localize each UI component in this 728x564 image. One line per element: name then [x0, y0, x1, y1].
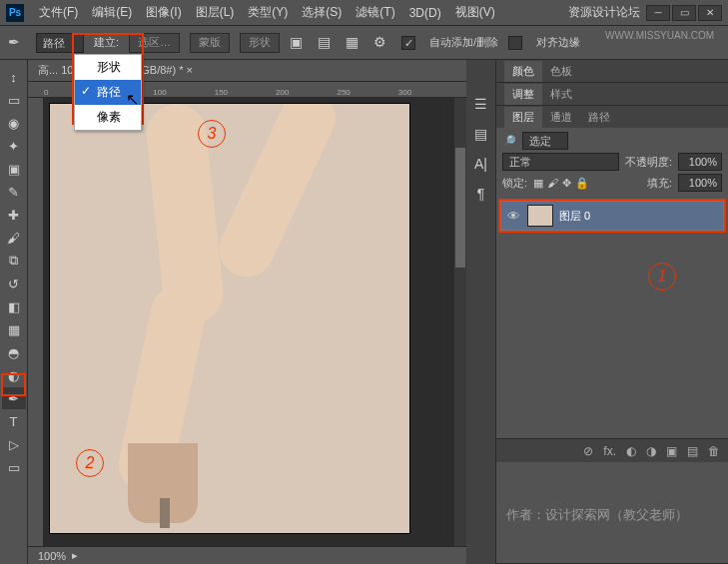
path-select-tool[interactable]: ▷ — [2, 433, 26, 455]
fill-input[interactable] — [678, 174, 722, 192]
eraser-tool[interactable]: ◧ — [2, 295, 26, 317]
make-shape-button[interactable]: 形状 — [240, 33, 280, 53]
gear-icon[interactable]: ⚙ — [373, 34, 391, 52]
move-tool[interactable]: ↕ — [2, 66, 26, 88]
menu-image[interactable]: 图像(I) — [139, 1, 188, 24]
zoom-level[interactable]: 100% — [38, 550, 66, 562]
blend-mode-select[interactable]: 正常 — [502, 153, 619, 171]
filter-type-icon[interactable]: 🔎 — [502, 135, 516, 148]
tab-paths[interactable]: 路径 — [580, 107, 618, 128]
watermark-top: WWW.MISSYUAN.COM — [605, 30, 714, 41]
healing-tool[interactable]: ✚ — [2, 204, 26, 226]
character-panel-icon[interactable]: A| — [474, 156, 487, 172]
opacity-label: 不透明度: — [625, 155, 672, 170]
ruler-vertical — [28, 98, 44, 546]
properties-panel-icon[interactable]: ▤ — [474, 126, 487, 142]
layer-filter-select[interactable]: 选定 — [522, 132, 568, 150]
menu-edit[interactable]: 编辑(E) — [85, 1, 139, 24]
lock-position-icon[interactable]: ✥ — [562, 177, 571, 190]
menu-view[interactable]: 视图(V) — [448, 1, 502, 24]
scrollbar-vertical[interactable] — [454, 98, 466, 546]
new-layer-icon[interactable]: ▤ — [687, 444, 698, 458]
align-icon[interactable]: ▤ — [318, 34, 336, 52]
fill-label: 填充: — [647, 176, 672, 191]
tab-channels[interactable]: 通道 — [542, 107, 580, 128]
build-label: 建立: — [94, 35, 119, 50]
tab-color[interactable]: 颜色 — [504, 61, 542, 82]
window-maximize-button[interactable]: ▭ — [672, 5, 696, 21]
blur-tool[interactable]: ◓ — [2, 341, 26, 363]
annotation-circle-1: 1 — [648, 263, 676, 290]
lock-label: 锁定: — [502, 176, 527, 191]
align-edges-label: 对齐边缘 — [536, 35, 580, 50]
history-brush-tool[interactable]: ↺ — [2, 273, 26, 294]
opacity-input[interactable] — [678, 153, 722, 171]
shape-tool[interactable]: ▭ — [2, 456, 26, 478]
app-logo: Ps — [6, 4, 24, 22]
annotation-circle-2: 2 — [76, 449, 104, 477]
type-tool[interactable]: T — [2, 410, 26, 432]
gradient-tool[interactable]: ▦ — [2, 318, 26, 340]
lock-transparency-icon[interactable]: ▦ — [533, 177, 543, 190]
adjustment-layer-icon[interactable]: ◑ — [646, 444, 656, 458]
menu-type[interactable]: 类型(Y) — [241, 1, 295, 24]
menu-file[interactable]: 文件(F) — [32, 1, 85, 24]
arrange-icon[interactable]: ▦ — [346, 34, 364, 52]
quick-select-tool[interactable]: ✦ — [2, 135, 26, 157]
menu-select[interactable]: 选择(S) — [295, 1, 349, 24]
link-layers-icon[interactable]: ⊘ — [583, 444, 593, 458]
lock-all-icon[interactable]: 🔒 — [575, 177, 589, 190]
window-minimize-button[interactable]: ─ — [646, 5, 670, 21]
tab-layers[interactable]: 图层 — [504, 107, 542, 128]
layer-thumbnail[interactable] — [527, 205, 553, 227]
layer-mask-icon[interactable]: ◐ — [626, 444, 636, 458]
tab-adjustments[interactable]: 调整 — [504, 84, 542, 105]
align-edges-checkbox[interactable] — [508, 36, 522, 50]
marquee-tool[interactable]: ▭ — [2, 89, 26, 111]
watermark-bottom: 作者：设计探索网（教父老师） — [506, 506, 688, 524]
path-ops-icon[interactable]: ▣ — [290, 34, 308, 52]
brush-tool[interactable]: 🖌 — [2, 227, 26, 249]
window-close-button[interactable]: ✕ — [698, 5, 722, 21]
menu-3d[interactable]: 3D(D) — [402, 3, 448, 23]
crop-tool[interactable]: ▣ — [2, 158, 26, 180]
menu-layer[interactable]: 图层(L) — [189, 1, 242, 24]
layer-row-0[interactable]: 👁 图层 0 — [500, 201, 724, 231]
auto-add-delete-checkbox[interactable] — [401, 36, 415, 50]
dropdown-item-shape[interactable]: 形状 — [75, 55, 141, 80]
tab-swatches[interactable]: 色板 — [542, 61, 580, 82]
titlebar-right-label: 资源设计论坛 — [568, 4, 640, 21]
pen-tool-indicator-icon: ✒ — [8, 34, 26, 52]
dodge-tool[interactable]: ◐ — [2, 364, 26, 386]
pen-tool[interactable]: ✒ — [2, 387, 26, 409]
document-canvas[interactable] — [50, 104, 409, 533]
auto-add-delete-label: 自动添加/删除 — [429, 35, 498, 50]
layer-name-label[interactable]: 图层 0 — [559, 209, 590, 224]
history-panel-icon[interactable]: ☰ — [474, 96, 487, 112]
pen-mode-dropdown[interactable]: 路径 — [36, 33, 84, 53]
cursor-icon: ↖ — [126, 90, 139, 109]
eyedropper-tool[interactable]: ✎ — [2, 181, 26, 203]
delete-layer-icon[interactable]: 🗑 — [708, 444, 720, 458]
lock-pixels-icon[interactable]: 🖌 — [547, 177, 558, 190]
group-icon[interactable]: ▣ — [666, 444, 677, 458]
paragraph-panel-icon[interactable]: ¶ — [477, 186, 485, 202]
layer-fx-icon[interactable]: fx. — [603, 444, 616, 458]
menu-filter[interactable]: 滤镜(T) — [349, 1, 401, 24]
lasso-tool[interactable]: ◉ — [2, 112, 26, 134]
tab-styles[interactable]: 样式 — [542, 84, 580, 105]
make-mask-button[interactable]: 蒙版 — [190, 33, 230, 53]
make-selection-button[interactable]: 选区… — [129, 33, 180, 53]
stamp-tool[interactable]: ⧉ — [2, 250, 26, 272]
zoom-chevron-icon[interactable]: ▸ — [72, 549, 78, 562]
visibility-icon[interactable]: 👁 — [507, 209, 521, 224]
annotation-circle-3: 3 — [198, 120, 226, 148]
